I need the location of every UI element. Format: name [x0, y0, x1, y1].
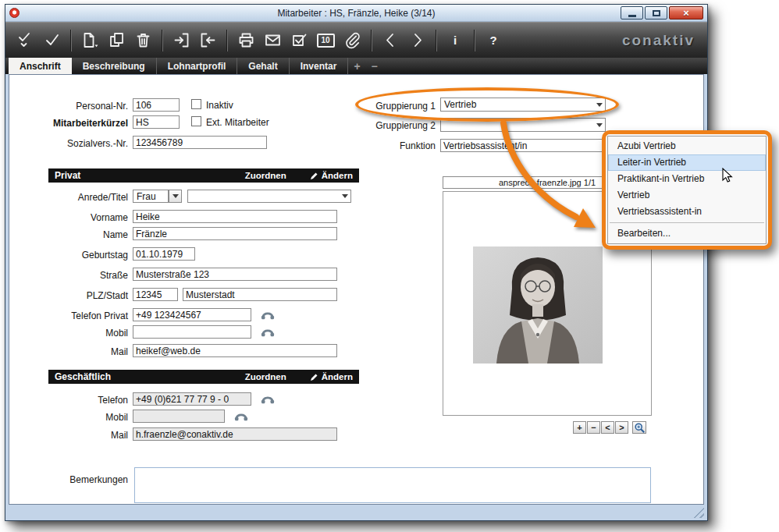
tab-gehalt[interactable]: Gehalt: [237, 58, 289, 74]
photo-prev-button[interactable]: <: [601, 421, 614, 434]
help-button[interactable]: ?: [483, 30, 503, 51]
email-button[interactable]: [262, 30, 283, 51]
telefon-privat-input[interactable]: [133, 308, 251, 321]
gruppierung2-select[interactable]: [440, 118, 606, 132]
tab-bar: Anschrift Beschreibung Lohnartprofil Geh…: [5, 58, 707, 74]
commit-all-button[interactable]: [15, 30, 35, 51]
titlebar[interactable]: Mitarbeiter : HS, Fränzle, Heike (3/14) …: [5, 5, 707, 22]
info-button[interactable]: i: [445, 30, 465, 51]
funktion-input[interactable]: [440, 139, 606, 152]
titel-select[interactable]: [187, 190, 351, 203]
anrede-value: Frau: [137, 191, 156, 202]
sozialvers-input[interactable]: [133, 136, 267, 149]
tab-beschreibung[interactable]: Beschreibung: [72, 58, 157, 74]
anrede-select[interactable]: Frau: [133, 190, 169, 203]
inaktiv-checkbox[interactable]: [191, 99, 201, 109]
dial-mobil-privat-button[interactable]: [261, 326, 275, 338]
duplicate-button[interactable]: [106, 30, 126, 51]
photo-remove-button[interactable]: −: [587, 421, 600, 434]
gruppierung1-select[interactable]: Vertrieb: [440, 98, 606, 112]
mobil-privat-input[interactable]: [133, 325, 251, 339]
ext-mitarbeiter-checkbox[interactable]: [191, 116, 201, 126]
funktion-label: Funktion: [337, 140, 436, 151]
printer-icon: [237, 31, 255, 49]
geschaeftlich-zuordnen-link[interactable]: Zuordnen: [245, 372, 286, 381]
next-record-button[interactable]: [407, 30, 427, 51]
anrede-dropdown-button[interactable]: [169, 190, 182, 203]
menu-item-vertrieb[interactable]: Vertrieb: [608, 187, 766, 204]
remove-tab-button[interactable]: −: [366, 58, 383, 74]
mobil-geschaeftlich-input[interactable]: [133, 410, 225, 423]
privat-title: Privat: [55, 170, 80, 181]
mobil-privat-label: Mobil: [9, 328, 128, 339]
toolbar-separator: [474, 30, 475, 51]
tab-lohnartprofil[interactable]: Lohnartprofil: [157, 58, 238, 74]
menu-item-leiter-in-vertrieb[interactable]: Leiter-in Vertrieb: [608, 154, 766, 171]
kuerzel-input[interactable]: [133, 115, 180, 129]
toolbar-separator: [371, 30, 372, 51]
privat-aendern-link[interactable]: Ändern: [310, 171, 353, 180]
menu-item-praktikant-in-vertrieb[interactable]: Praktikant-in Vertrieb: [608, 171, 766, 187]
photo-add-button[interactable]: +: [573, 421, 586, 434]
geschaeftlich-aendern-link[interactable]: Ändern: [310, 372, 353, 381]
prev-record-button[interactable]: [380, 30, 400, 51]
privat-zuordnen-link[interactable]: Zuordnen: [245, 171, 286, 180]
commit-button[interactable]: [41, 30, 62, 51]
mail-geschaeftlich-input[interactable]: [133, 427, 337, 441]
import-icon: [173, 31, 190, 49]
delete-button[interactable]: [133, 30, 153, 51]
personal-nr-input[interactable]: [133, 98, 180, 112]
dial-mobil-geschaeftlich-button[interactable]: [234, 410, 248, 422]
vorname-label: Vorname: [9, 212, 128, 223]
help-icon: ?: [489, 34, 496, 47]
menu-item-azubi-vertrieb[interactable]: Azubi Vertrieb: [608, 138, 766, 154]
strasse-input[interactable]: [133, 268, 337, 281]
phone-icon: [261, 393, 275, 405]
checklist-button[interactable]: [289, 30, 309, 51]
maximize-button[interactable]: [645, 6, 667, 20]
dial-telefon-privat-button[interactable]: [261, 309, 275, 321]
mail-privat-input[interactable]: [133, 344, 337, 357]
app-window: Mitarbeiter : HS, Fränzle, Heike (3/14) …: [5, 4, 708, 521]
minimize-button[interactable]: [621, 6, 643, 20]
inaktiv-label: Inaktiv: [206, 100, 233, 111]
menu-item-vertriebsassistent-in[interactable]: Vertriebsassistent-in: [608, 204, 766, 220]
bemerkungen-textarea[interactable]: [134, 467, 651, 503]
name-input[interactable]: [133, 227, 337, 240]
toolbar-separator: [70, 30, 71, 51]
gruppierung1-label: Gruppierung 1: [337, 101, 436, 112]
kuerzel-label: Mitarbeiterkürzel: [9, 118, 128, 129]
new-record-button[interactable]: [80, 30, 100, 51]
attachment-button[interactable]: [342, 30, 362, 51]
print-button[interactable]: [236, 30, 256, 51]
stadt-input[interactable]: [183, 288, 337, 301]
photo-zoom-button[interactable]: [632, 421, 646, 434]
close-button[interactable]: ×: [669, 6, 703, 20]
dial-telefon-geschaeftlich-button[interactable]: [261, 393, 275, 405]
plz-stadt-label: PLZ/Stadt: [9, 290, 128, 301]
export-button[interactable]: [197, 30, 218, 51]
count-ten-button[interactable]: 10: [315, 30, 336, 51]
add-tab-button[interactable]: +: [348, 58, 365, 74]
toolbar-separator: [162, 30, 162, 51]
telefon-privat-label: Telefon Privat: [9, 310, 128, 321]
geschaeftlich-title: Geschäftlich: [55, 371, 111, 382]
tab-anschrift[interactable]: Anschrift: [9, 58, 72, 74]
resize-grip[interactable]: [693, 507, 704, 518]
gruppierung1-value: Vertrieb: [444, 99, 476, 110]
geburtstag-input[interactable]: [133, 247, 195, 261]
phone-icon: [261, 309, 275, 321]
telefon-geschaeftlich-input[interactable]: [133, 392, 251, 406]
new-document-icon: [81, 31, 99, 49]
plz-input[interactable]: [133, 288, 178, 301]
menu-separator: [610, 222, 764, 223]
import-button[interactable]: [171, 30, 191, 51]
privat-section-header: Privat Zuordnen Ändern: [48, 168, 359, 183]
phone-icon: [261, 326, 275, 338]
menu-item-bearbeiten[interactable]: Bearbeiten...: [608, 225, 766, 242]
tab-inventar[interactable]: Inventar: [290, 58, 349, 74]
vorname-input[interactable]: [133, 210, 337, 223]
form-area: Personal-Nr. Inaktiv Mitarbeiterkürzel E…: [9, 74, 704, 505]
photo-next-button[interactable]: >: [615, 421, 628, 434]
gruppierung2-label: Gruppierung 2: [337, 120, 436, 131]
